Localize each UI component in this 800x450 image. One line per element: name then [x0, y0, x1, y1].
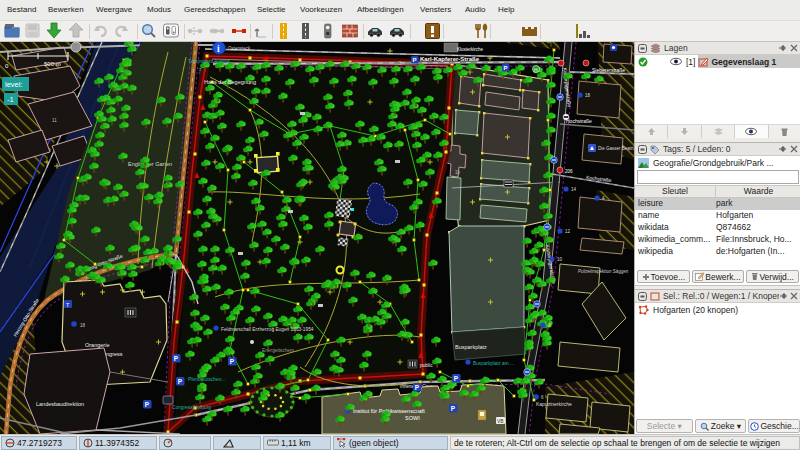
- svg-text:206: 206: [565, 169, 573, 174]
- svg-text:Haus der Begegnung: Haus der Begegnung: [204, 79, 256, 85]
- svg-text:Pferdekutschen...: Pferdekutschen...: [188, 377, 225, 382]
- svg-text:Busparkplatz: Busparkplatz: [455, 344, 487, 350]
- svg-text:18: 18: [80, 323, 86, 328]
- svg-text:Polizeiinspektion Säggen: Polizeiinspektion Säggen: [578, 269, 629, 274]
- svg-text:-1: -1: [7, 95, 14, 104]
- svg-text:1b: 1b: [455, 170, 461, 175]
- svg-text:P: P: [454, 375, 459, 382]
- svg-text:level:: level:: [5, 80, 23, 89]
- svg-text:P: P: [451, 405, 456, 412]
- svg-text:Kapuzinerkirche: Kapuzinerkirche: [536, 401, 572, 407]
- svg-text:SOWI: SOWI: [405, 415, 420, 421]
- svg-text:Landesbaudirektion: Landesbaudirektion: [36, 401, 84, 407]
- svg-text:Siebererstraße: Siebererstraße: [592, 67, 625, 73]
- svg-text:500 m: 500 m: [44, 61, 61, 67]
- svg-text:public: public: [420, 363, 433, 368]
- svg-text:Hochstraße: Hochstraße: [566, 118, 592, 124]
- svg-text:P: P: [230, 358, 235, 365]
- svg-text:Klosterkirche: Klosterkirche: [457, 47, 484, 52]
- svg-text:Osterwieck...: Osterwieck...: [228, 46, 254, 51]
- svg-text:H: H: [534, 67, 538, 73]
- svg-text:Orangerie: Orangerie: [85, 342, 109, 348]
- svg-text:i: i: [217, 44, 220, 54]
- svg-text:P: P: [504, 65, 508, 71]
- svg-text:P: P: [415, 384, 420, 391]
- svg-text:Energetischem...: Energetischem...: [262, 348, 298, 353]
- svg-text:VB: VB: [497, 418, 504, 424]
- svg-text:Feldmarschall Erzherzog Eugen: Feldmarschall Erzherzog Eugen 1863-1954: [221, 327, 314, 332]
- svg-text:P: P: [413, 57, 417, 63]
- svg-text:P: P: [174, 355, 179, 362]
- svg-text:Busparkplatz am ...: Busparkplatz am ...: [473, 361, 514, 366]
- svg-text:Karl-Kapferer-Straße: Karl-Kapferer-Straße: [420, 56, 480, 62]
- svg-text:Congress/Hofburg: Congress/Hofburg: [172, 405, 211, 410]
- svg-text:11: 11: [52, 118, 57, 123]
- svg-text:12: 12: [565, 229, 571, 234]
- svg-text:P: P: [178, 378, 183, 385]
- svg-text:18: 18: [585, 93, 591, 98]
- svg-text:Tennisplatz Austria: Tennisplatz Austria: [188, 58, 230, 64]
- svg-text:14: 14: [571, 187, 577, 192]
- svg-text:Die Gasser Beatrix: Die Gasser Beatrix: [598, 146, 634, 151]
- svg-text:P: P: [145, 401, 150, 408]
- svg-text:10: 10: [557, 257, 563, 262]
